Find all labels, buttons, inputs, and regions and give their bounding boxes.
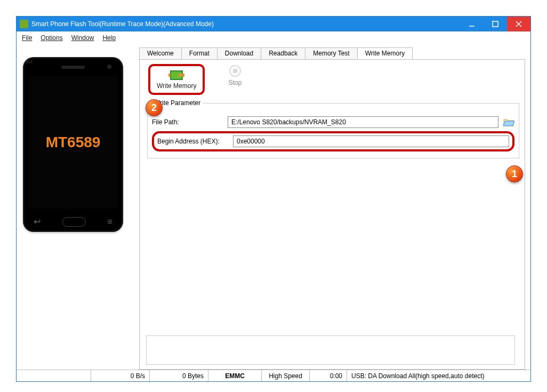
menu-file[interactable]: File [22, 34, 32, 42]
maximize-button[interactable] [484, 17, 507, 31]
phone-preview: BM MT6589 ↩ ≡ [23, 57, 123, 232]
tab-bar: Welcome Format Download Readback Memory … [139, 47, 530, 59]
speaker-icon [61, 66, 85, 69]
tab-memory-test[interactable]: Memory Test [305, 47, 357, 59]
highlight-begin-address: Begin Address (HEX): [152, 131, 514, 151]
stop-button[interactable]: Stop [224, 64, 246, 95]
tab-write-memory[interactable]: Write Memory [357, 47, 413, 59]
browse-file-button[interactable] [503, 117, 514, 127]
status-empty [17, 370, 91, 381]
log-console [146, 335, 515, 365]
title-bar: Smart Phone Flash Tool(Runtime Trace Mod… [17, 17, 530, 31]
menu-softkey-icon: ≡ [107, 217, 112, 227]
write-parameter-group: Write Parameter File Path: Begin Address… [147, 99, 519, 158]
app-icon [20, 20, 28, 28]
tab-format[interactable]: Format [181, 47, 218, 59]
status-time: 0:00 [310, 370, 347, 381]
chip-label: MT6589 [46, 134, 101, 151]
file-path-input[interactable] [228, 116, 498, 128]
stop-icon [229, 65, 241, 77]
status-storage: EMMC [208, 370, 262, 381]
highlight-write-memory: Write Memory [148, 64, 205, 95]
write-memory-label: Write Memory [157, 82, 196, 90]
window-title: Smart Phone Flash Tool(Runtime Trace Mod… [31, 20, 460, 28]
tab-download[interactable]: Download [217, 47, 261, 59]
begin-address-label: Begin Address (HEX): [157, 138, 229, 145]
callout-1: 1 [506, 165, 523, 182]
tab-panel-write-memory: Write Memory Stop Write Parameter File P… [139, 59, 525, 370]
camera-icon [107, 65, 111, 69]
menu-bar: File Options Window Help [17, 31, 530, 44]
toolbar: Write Memory Stop [146, 64, 520, 95]
minimize-button[interactable] [460, 17, 484, 31]
tab-welcome[interactable]: Welcome [139, 47, 182, 59]
file-path-label: File Path: [152, 118, 223, 126]
status-speed: High Speed [262, 370, 310, 381]
app-window: Smart Phone Flash Tool(Runtime Trace Mod… [16, 16, 531, 382]
menu-window[interactable]: Window [71, 34, 94, 42]
phone-badge: BM [25, 59, 33, 65]
memory-chip-icon [170, 70, 183, 80]
menu-options[interactable]: Options [41, 34, 62, 42]
status-usb: USB: DA Download All(high speed,auto det… [347, 370, 530, 381]
status-bytes: 0 Bytes [150, 370, 208, 381]
menu-help[interactable]: Help [102, 34, 116, 42]
svg-rect-1 [493, 21, 498, 27]
callout-2: 2 [146, 99, 163, 116]
tab-readback[interactable]: Readback [261, 47, 305, 59]
status-rate: 0 B/s [91, 370, 150, 381]
status-bar: 0 B/s 0 Bytes EMMC High Speed 0:00 USB: … [17, 370, 530, 381]
stop-label: Stop [228, 79, 242, 86]
close-button[interactable] [507, 17, 530, 31]
begin-address-input[interactable] [233, 135, 509, 147]
back-softkey-icon: ↩ [34, 217, 41, 227]
write-memory-button[interactable]: Write Memory [152, 69, 200, 92]
home-button-icon [62, 217, 86, 227]
